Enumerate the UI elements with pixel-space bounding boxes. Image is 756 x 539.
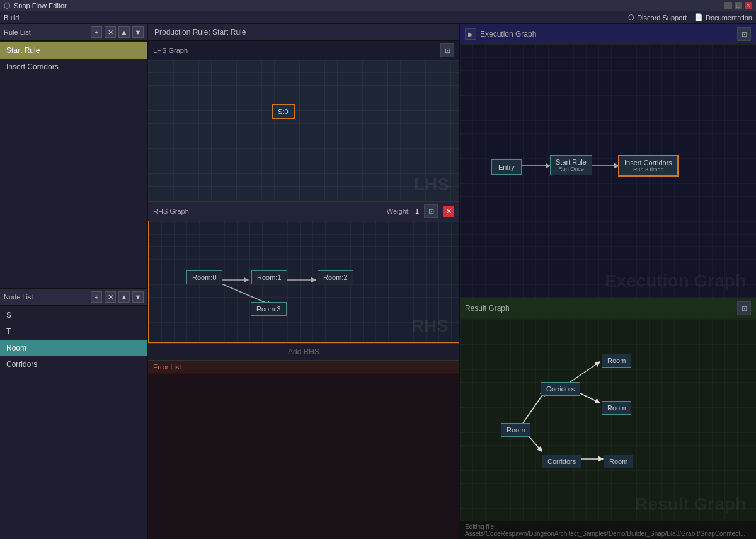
rule-down-btn[interactable]: ▼ <box>132 26 144 38</box>
execution-graph-title: Execution Graph <box>480 30 536 38</box>
weight-label: Weight: <box>387 207 410 215</box>
result-graph-header: Result Graph ⊡ <box>460 298 756 319</box>
error-canvas <box>148 374 459 539</box>
node-add-btn[interactable]: + <box>91 291 102 303</box>
result-node-room-bottom[interactable]: Room <box>604 455 633 468</box>
rule-remove-btn[interactable]: ✕ <box>105 26 116 38</box>
node-item-t[interactable]: T <box>0 323 147 340</box>
exec-node-entry[interactable]: Entry <box>491 159 522 175</box>
exec-node-start-rule-label: Start Rule <box>556 158 587 166</box>
svg-line-6 <box>570 362 600 382</box>
exec-play-btn[interactable]: ▶ <box>465 28 476 40</box>
title-bar-left: ⬡ Snap Flow Editor <box>4 1 67 10</box>
node-item-room[interactable]: Room <box>0 340 147 356</box>
docs-icon: 📄 <box>694 13 703 21</box>
rhs-fit-btn[interactable]: ⊡ <box>424 204 438 218</box>
node-list-header: Node List + ✕ ▲ ▼ <box>0 289 147 306</box>
lhs-node-s0[interactable]: S:0 <box>272 104 295 119</box>
rhs-panel-header: RHS Graph Weight: 1 ⊡ ✕ <box>148 202 459 221</box>
main-layout: Rule List + ✕ ▲ ▼ Start Rule Insert Corr… <box>0 24 756 539</box>
rhs-close-btn[interactable]: ✕ <box>443 206 454 217</box>
discord-link[interactable]: ⬡ Discord Support <box>628 13 687 21</box>
rhs-node-room3[interactable]: Room:3 <box>251 302 287 316</box>
exec-node-start-rule-sub: Run Once <box>556 166 587 172</box>
discord-icon: ⬡ <box>628 13 634 21</box>
docs-link[interactable]: 📄 Documentation <box>694 13 752 21</box>
lhs-arrows <box>148 60 459 201</box>
menu-bar-right: ⬡ Discord Support 📄 Documentation <box>628 13 752 21</box>
result-graph-title: Result Graph <box>465 304 510 313</box>
rule-list-items: Start Rule Insert Corridors <box>0 41 147 288</box>
result-fit-btn[interactable]: ⊡ <box>737 301 751 315</box>
lhs-title: LHS Graph <box>153 47 188 54</box>
minimize-btn[interactable]: ─ <box>724 2 732 9</box>
node-item-s[interactable]: S <box>0 307 147 323</box>
execution-graph-header: ▶ Execution Graph ⊡ <box>460 24 756 45</box>
svg-line-5 <box>523 391 545 423</box>
rhs-section: RHS Graph Weight: 1 ⊡ ✕ <box>148 202 459 344</box>
result-node-room-top[interactable]: Room <box>602 354 631 368</box>
lhs-section: LHS Graph ⊡ S:0 LHS <box>148 41 459 202</box>
exec-graph-label: Execution Graph <box>605 271 746 291</box>
result-graph-label: Result Graph <box>635 494 746 514</box>
rhs-node-room0[interactable]: Room:0 <box>186 270 222 284</box>
add-rhs-btn[interactable]: Add RHS <box>148 344 459 361</box>
exec-node-insert-corridors-sub: Run 3 times <box>624 166 672 173</box>
title-bar: ⬡ Snap Flow Editor ─ □ ✕ <box>0 0 756 11</box>
status-bar: Editing file: Assets/CodeRespawn/Dungeon… <box>460 521 756 539</box>
node-item-corridors[interactable]: Corridors <box>0 356 147 373</box>
rhs-canvas[interactable]: Room:0 Room:1 Room:2 Room:3 RHS <box>148 221 459 343</box>
maximize-btn[interactable]: □ <box>735 2 742 9</box>
result-node-room-left[interactable]: Room <box>501 423 530 437</box>
rule-item-insert-corridors[interactable]: Insert Corridors <box>0 59 147 75</box>
rule-add-btn[interactable]: + <box>91 26 102 38</box>
rule-list-title: Rule List <box>4 28 88 36</box>
lhs-canvas[interactable]: S:0 LHS <box>148 60 459 201</box>
error-list-header: Error List <box>148 361 459 374</box>
title-bar-title: Snap Flow Editor <box>14 2 67 9</box>
result-node-room-mid[interactable]: Room <box>602 401 631 415</box>
node-up-btn[interactable]: ▲ <box>118 291 130 303</box>
menu-build[interactable]: Build <box>4 14 19 21</box>
execution-graph-section: ▶ Execution Graph ⊡ Entry <box>460 24 756 298</box>
rhs-title: RHS Graph <box>153 207 382 215</box>
rhs-node-room1[interactable]: Room:1 <box>251 270 287 284</box>
node-list-section: Node List + ✕ ▲ ▼ S T Room Corridors <box>0 289 147 539</box>
rule-list-section: Rule List + ✕ ▲ ▼ Start Rule Insert Corr… <box>0 24 147 289</box>
node-list-items: S T Room Corridors <box>0 306 147 539</box>
menu-bar: Build ⬡ Discord Support 📄 Documentation <box>0 11 756 24</box>
result-arrows <box>460 319 756 521</box>
exec-node-insert-corridors[interactable]: Insert Corridors Run 3 times <box>618 155 679 177</box>
exec-node-start-rule[interactable]: Start Rule Run Once <box>550 155 592 175</box>
rhs-node-room2[interactable]: Room:2 <box>318 270 353 284</box>
exec-fit-btn[interactable]: ⊡ <box>737 27 751 41</box>
center-panel: Production Rule: Start Rule LHS Graph ⊡ <box>148 24 460 539</box>
error-section: Error List <box>148 361 459 539</box>
lhs-panel-header: LHS Graph ⊡ <box>148 41 459 60</box>
rule-item-start-rule[interactable]: Start Rule <box>0 42 147 59</box>
title-bar-controls: ─ □ ✕ <box>724 2 752 9</box>
node-remove-btn[interactable]: ✕ <box>105 291 116 303</box>
rule-up-btn[interactable]: ▲ <box>118 26 130 38</box>
production-rule-header: Production Rule: Start Rule <box>148 24 459 41</box>
exec-canvas[interactable]: Entry Start Rule Run Once Insert Corrido… <box>460 45 756 298</box>
lhs-fit-btn[interactable]: ⊡ <box>440 43 454 57</box>
left-panel: Rule List + ✕ ▲ ▼ Start Rule Insert Corr… <box>0 24 148 539</box>
result-node-corridors-2[interactable]: Corridors <box>542 455 581 468</box>
rule-list-header: Rule List + ✕ ▲ ▼ <box>0 24 147 41</box>
weight-value[interactable]: 1 <box>415 207 419 215</box>
app-icon: ⬡ <box>4 1 10 10</box>
exec-node-entry-label: Entry <box>498 163 515 171</box>
node-down-btn[interactable]: ▼ <box>132 291 144 303</box>
result-graph-section: Result Graph ⊡ <box>460 298 756 539</box>
node-list-title: Node List <box>4 293 88 301</box>
lhs-label: LHS <box>414 175 449 195</box>
rhs-label: RHS <box>411 316 449 336</box>
close-btn[interactable]: ✕ <box>745 2 752 9</box>
result-node-corridors-1[interactable]: Corridors <box>541 382 580 396</box>
right-panel: ▶ Execution Graph ⊡ Entry <box>460 24 756 539</box>
exec-node-insert-corridors-label: Insert Corridors <box>624 159 672 166</box>
result-canvas[interactable]: Room Corridors Room Room Corridors Room … <box>460 319 756 521</box>
